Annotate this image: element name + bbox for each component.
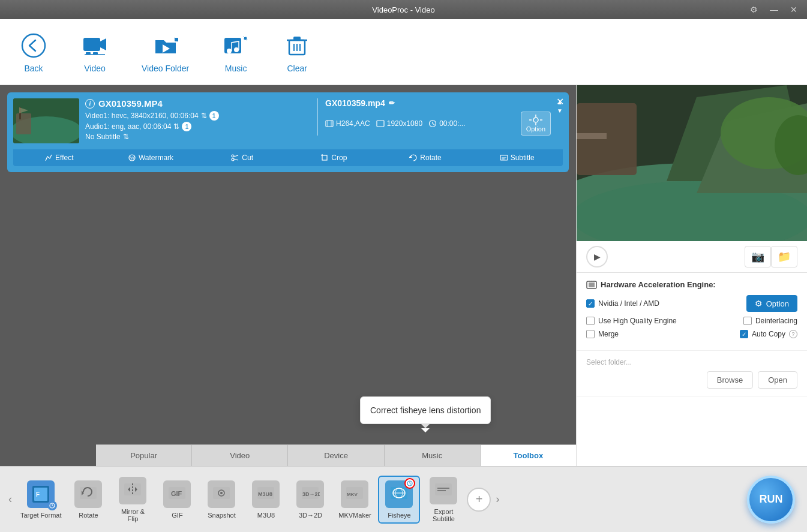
scroll-right-button[interactable]: › (493, 493, 502, 506)
music-label: Music (225, 64, 247, 73)
file-card-close[interactable]: ✕ (556, 96, 564, 107)
tab-cut[interactable]: Cut (196, 149, 288, 166)
back-label: Back (24, 64, 43, 73)
clear-label: Clear (287, 64, 307, 73)
subtitle-arrows[interactable]: ⇅ (123, 133, 129, 141)
mirror-flip-item[interactable]: Mirror & Flip (112, 473, 154, 526)
tab-subtitle[interactable]: Subtitle (471, 149, 563, 166)
add-tool-button[interactable]: + (467, 488, 491, 512)
gif-item[interactable]: GIF GIF (156, 477, 198, 522)
auto-copy-checkbox-label[interactable]: ✓ Auto Copy ? (740, 330, 797, 338)
fisheye-settings-badge[interactable] (404, 478, 415, 489)
tab-popular[interactable]: Popular (96, 445, 192, 466)
svg-text:3D→2D: 3D→2D (302, 491, 320, 497)
video-button[interactable]: Video (73, 26, 116, 78)
svg-text:MKV: MKV (347, 492, 358, 497)
fisheye-item[interactable]: Fisheye (378, 476, 420, 524)
snapshot-button[interactable]: 📷 (745, 246, 771, 267)
tab-crop[interactable]: Crop (288, 149, 380, 166)
help-icon[interactable]: ? (789, 330, 797, 338)
snapshot-item[interactable]: Snapshot (200, 477, 242, 522)
rotate-item[interactable]: Rotate (67, 477, 109, 522)
preview-controls: ▶ 📷 📁 (577, 241, 807, 273)
merge-checkbox[interactable] (586, 330, 595, 338)
merge-checkbox-label[interactable]: Merge (586, 330, 619, 338)
right-panel: ▶ 📷 📁 Hardware Acceleration Engine: ✓ Nv… (576, 85, 807, 532)
option-btn[interactable]: ⚙ Option (746, 295, 797, 312)
gear-icon: ⚙ (755, 299, 763, 308)
folder-open-button[interactable]: 📁 (771, 246, 797, 267)
svg-line-43 (234, 159, 238, 160)
video-folder-label: Video Folder (142, 64, 189, 73)
quality-deinterlace-row: Use High Quality Engine Deinterlacing (586, 317, 797, 325)
open-button[interactable]: Open (758, 371, 797, 389)
tab-effect[interactable]: Effect (13, 149, 105, 166)
tab-video[interactable]: Video (192, 445, 288, 466)
clear-button[interactable]: Clear (275, 26, 319, 78)
video-folder-button[interactable]: Video Folder (134, 26, 196, 78)
back-button[interactable]: Back (12, 26, 55, 78)
3d-2d-icon: 3D→2D (296, 480, 324, 508)
deinterlacing-checkbox[interactable] (743, 317, 752, 325)
tooltip-arrow-inner (421, 428, 430, 432)
file-list-area: ✕ (0, 85, 576, 179)
hw-title: Hardware Acceleration Engine: (586, 280, 797, 289)
3d-2d-item[interactable]: 3D→2D 3D→2D (289, 477, 331, 522)
tab-watermark[interactable]: W Watermark (105, 149, 197, 166)
play-button[interactable]: ▶ (586, 246, 608, 267)
browse-button[interactable]: Browse (707, 371, 753, 389)
svg-point-33 (533, 118, 538, 122)
fisheye-tooltip: Correct fisheye lens distortion (360, 396, 491, 424)
card-tabs: Effect W Watermark Cut Crop (13, 149, 563, 166)
clear-icon (283, 31, 311, 60)
scroll-left-button[interactable]: ‹ (6, 493, 14, 506)
svg-line-42 (234, 155, 238, 157)
target-format-item[interactable]: F Target Format (17, 477, 65, 522)
auto-copy-checkbox[interactable]: ✓ (740, 330, 748, 338)
option-button[interactable]: Option (521, 112, 551, 136)
snapshot-tool-icon (208, 480, 235, 508)
main-toolbar: Back Video Video Folder (0, 19, 807, 85)
output-area: GX010359.mp4 ✏ H264,AAC 1920x1080 (317, 98, 551, 136)
export-subtitle-item[interactable]: Export Subtitle (422, 473, 464, 526)
scroll-down[interactable]: ▼ (557, 107, 563, 115)
high-quality-checkbox-label[interactable]: Use High Quality Engine (586, 317, 677, 325)
tab-device[interactable]: Device (288, 445, 384, 466)
svg-rect-17 (293, 37, 301, 40)
svg-point-0 (22, 34, 45, 57)
tab-toolbox[interactable]: Toolbox (481, 445, 576, 466)
svg-text:F: F (36, 491, 40, 498)
output-filename: GX010359.mp4 ✏ (325, 98, 551, 108)
svg-line-71 (52, 506, 53, 507)
deinterlacing-checkbox-label[interactable]: Deinterlacing (743, 317, 797, 325)
title-bar: VideoProc - Video ⚙ — ✕ (0, 0, 807, 19)
back-icon (19, 31, 48, 60)
minimize-button[interactable]: — (766, 4, 782, 16)
m3u8-item[interactable]: M3U8 M3U8 (245, 477, 287, 522)
svg-text:W: W (130, 156, 134, 160)
nvidia-checkbox[interactable]: ✓ (586, 299, 595, 308)
mkvmaker-item[interactable]: MKV MKVMaker (334, 477, 376, 522)
svg-rect-62 (589, 282, 595, 287)
close-button[interactable]: ✕ (787, 4, 801, 16)
run-button[interactable]: RUN (747, 476, 795, 524)
nvidia-checkbox-label[interactable]: ✓ Nvidia / Intel / AMD (586, 299, 659, 308)
tab-rotate[interactable]: Rotate (380, 149, 472, 166)
select-folder-title: Select folder... (586, 358, 797, 366)
music-button[interactable]: Music (214, 26, 257, 78)
edit-icon[interactable]: ✏ (389, 99, 395, 107)
tab-music[interactable]: Music (385, 445, 481, 466)
svg-marker-2 (100, 38, 106, 50)
tooltip-arrow (421, 423, 430, 428)
settings-button[interactable]: ⚙ (746, 4, 761, 16)
video-arrows[interactable]: ⇅ (201, 112, 207, 120)
high-quality-checkbox[interactable] (586, 317, 595, 325)
video-preview (577, 85, 807, 241)
audio-arrows[interactable]: ⇅ (173, 122, 179, 131)
gif-icon: GIF (163, 480, 191, 508)
video-badge: 1 (209, 111, 219, 121)
thumbnail-image (13, 98, 79, 143)
hw-section: Hardware Acceleration Engine: ✓ Nvidia /… (577, 273, 807, 351)
info-icon: i (85, 99, 95, 109)
codec-spec: H264,AAC (325, 119, 370, 128)
